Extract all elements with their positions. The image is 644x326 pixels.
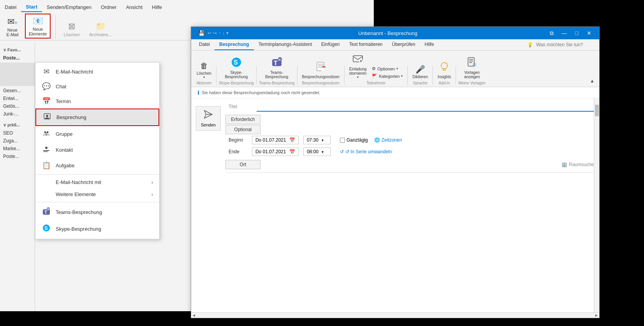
zuga-item[interactable]: Zuga... <box>0 137 35 145</box>
vorlagen-btn[interactable]: Vorlagen anzeigen <box>462 56 482 80</box>
svg-point-2 <box>44 131 46 133</box>
dropdown-weitere[interactable]: Weitere Elemente › <box>35 188 159 200</box>
kategorien-btn[interactable]: 🚩 Kategorien ▾ <box>370 73 404 79</box>
posteingang-item[interactable]: Poste... <box>0 54 35 62</box>
scrollbar-thumb[interactable] <box>595 105 599 116</box>
optionen-btn[interactable]: ⚙ Optionen ▾ <box>370 65 404 72</box>
group-sprache: 🎤 Diktieren Sprache <box>410 63 430 85</box>
tab-terminplanung[interactable]: Terminplanungs-Assistent <box>254 39 317 50</box>
skype-besprechung-btn[interactable]: S Skype- Besprechung <box>222 56 250 80</box>
seo-item[interactable]: SEO <box>0 129 35 137</box>
archivieren-btn[interactable]: 📁 Archiviere... <box>86 20 115 39</box>
svg-rect-5 <box>43 150 49 151</box>
group-vorlagen: Vorlagen anzeigen Meine Vorlagen <box>458 56 486 85</box>
sprache-group-label: Sprache <box>413 81 428 85</box>
menu-ansicht[interactable]: Ansicht <box>121 3 147 12</box>
dropdown-aufgabe[interactable]: 📋 Aufgabe <box>35 158 159 173</box>
zeitzonen-link[interactable]: 🌐 Zeitzonen <box>374 137 402 143</box>
loeschen-btn[interactable]: 🗑 Löschen ▾ <box>194 60 214 80</box>
einladung-btn[interactable]: Einladung stornieren ▾ <box>347 52 369 80</box>
svg-text:M: M <box>278 58 281 61</box>
right-scrollbar[interactable] <box>594 98 599 312</box>
notizen-btn[interactable]: Besprechungsnotizen <box>300 60 342 80</box>
close-btn[interactable]: ✕ <box>584 28 595 39</box>
menu-start[interactable]: Start <box>21 2 42 12</box>
maximize-btn[interactable]: □ <box>571 28 582 39</box>
dropdown-termin[interactable]: 📅 Termin <box>35 94 159 109</box>
menu-senden[interactable]: Senden/Empfangen <box>42 3 96 12</box>
svg-text:S: S <box>234 59 238 66</box>
marke-item[interactable]: Marke... <box>0 145 35 152</box>
neue-elemente-btn[interactable]: 📧 Neue Elemente <box>25 14 51 39</box>
tab-hilfe[interactable]: Hilfe <box>420 39 439 50</box>
dropdown-kontakt[interactable]: Kontakt <box>35 142 159 158</box>
dropdown-email-mit-label: E-Mail-Nachricht mit <box>56 179 101 185</box>
serie-link[interactable]: ↺ ↺ In Serie umwandeln <box>340 149 392 154</box>
neue-email-btn[interactable]: ✉+ Neue E-Mail <box>3 15 22 39</box>
restore-btn[interactable]: ⧉ <box>546 28 557 39</box>
ort-btn[interactable]: Ort <box>225 160 260 169</box>
einladung-arrow: ▾ <box>357 75 359 79</box>
addin-group-label: Add-In <box>438 81 450 85</box>
svg-point-26 <box>441 63 447 69</box>
menu-hilfe[interactable]: Hilfe <box>147 3 167 12</box>
dropdown-gruppe[interactable]: Gruppe <box>35 126 159 142</box>
optional-input[interactable] <box>261 125 594 134</box>
dropdown-email-label: E-Mail-Nachricht <box>56 69 93 75</box>
scroll-right-arrow[interactable]: ► <box>594 313 599 318</box>
dropdown-skype[interactable]: S Skype-Besprechung <box>35 221 159 237</box>
dropdown-email-mit[interactable]: E-Mail-Nachricht mit › <box>35 176 159 188</box>
zeitzonen-icon: 🌐 <box>374 137 380 143</box>
menu-ordner[interactable]: Ordner <box>96 3 121 12</box>
raumsuche-link[interactable]: 🏢 Raumsuche <box>561 162 594 167</box>
svg-point-3 <box>47 131 49 133</box>
tab-einfuegen[interactable]: Einfügen <box>317 39 344 50</box>
kategorien-label: Kategorien <box>379 74 399 79</box>
titlebar-save-icon[interactable]: 💾 <box>196 28 207 39</box>
ribbon-collapse-btn[interactable]: ▲ <box>588 77 596 85</box>
tab-text-formatieren[interactable]: Text formatieren <box>344 39 387 50</box>
menu-datei[interactable]: Datei <box>0 3 21 12</box>
body-textarea[interactable] <box>225 173 594 309</box>
vorlagen-group-label: Meine Vorlagen <box>458 81 486 85</box>
ort-input[interactable] <box>261 160 561 169</box>
beginn-time-input[interactable]: 07:30 ▾ <box>303 136 331 144</box>
ganztaegig-checkbox-label[interactable]: Ganztägig <box>340 137 368 143</box>
minimize-btn[interactable]: — <box>559 28 570 39</box>
diktieren-label: Diktieren <box>412 75 428 79</box>
entwuerfe-item[interactable]: Entwi... <box>0 95 35 102</box>
send-icon <box>204 110 213 121</box>
gesendet-item[interactable]: Gesen... <box>0 87 35 95</box>
bottom-scrollbar[interactable]: ◄ ► <box>191 312 599 318</box>
poste-item[interactable]: Poste... <box>0 152 35 160</box>
dropdown-chat[interactable]: 💬 Chat <box>35 79 159 94</box>
scroll-left-arrow[interactable]: ◄ <box>191 313 197 318</box>
insights-btn[interactable]: Insights <box>435 60 453 80</box>
geloescht-item[interactable]: Gelös... <box>0 102 35 110</box>
junk-item[interactable]: Junk-... <box>0 110 35 118</box>
erforderlich-btn[interactable]: Erforderlich <box>225 115 260 124</box>
teams-besprechung-btn[interactable]: TM Teams- Besprechung <box>263 56 290 80</box>
diktieren-btn[interactable]: 🎤 Diktieren <box>410 63 430 80</box>
tab-besprechung[interactable]: Besprechung <box>215 39 254 50</box>
erforderlich-input[interactable] <box>261 115 594 124</box>
dropdown-teams[interactable]: TM Teams-Besprechung <box>35 204 159 221</box>
dropdown-email[interactable]: ✉ E-Mail-Nachricht <box>35 64 159 79</box>
body-area[interactable] <box>225 172 594 309</box>
tab-datei[interactable]: Datei <box>194 39 215 50</box>
tab-ueberpruefen[interactable]: Überprüfen <box>387 39 420 50</box>
senden-btn[interactable]: Senden <box>196 106 221 131</box>
ganztaegig-checkbox[interactable] <box>340 138 345 143</box>
skype-label: Skype- Besprechung <box>225 70 248 79</box>
beginn-date-value: Do 01.07.2021 <box>255 137 286 143</box>
beginn-date-input[interactable]: Do 01.07.2021 📅 <box>252 136 299 144</box>
vorlagen-icon <box>466 57 477 70</box>
search-input[interactable] <box>536 42 595 47</box>
title-input[interactable] <box>257 102 594 112</box>
loeschen-btn[interactable]: ⊠ Löschen <box>60 20 83 39</box>
dropdown-besprechung[interactable]: Besprechung <box>35 109 159 126</box>
optional-btn[interactable]: Optional <box>225 125 260 134</box>
ende-time-input[interactable]: 08:00 ▾ <box>303 147 331 156</box>
ende-date-input[interactable]: Do 01.07.2021 📅 <box>252 147 299 156</box>
notizen-icon <box>315 61 326 74</box>
